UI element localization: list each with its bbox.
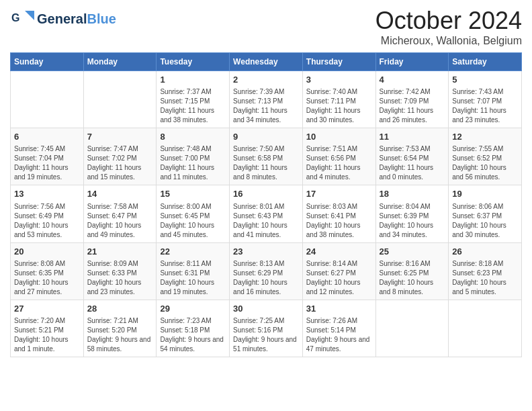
page-subtitle: Micheroux, Wallonia, Belgium — [375, 35, 522, 47]
day-number: 24 — [306, 246, 372, 258]
day-info: Sunrise: 7:37 AM Sunset: 7:15 PM Dayligh… — [160, 87, 226, 125]
day-number: 3 — [306, 74, 372, 86]
day-number: 18 — [380, 188, 445, 200]
day-number: 10 — [306, 131, 372, 143]
day-number: 13 — [14, 188, 80, 200]
day-info: Sunrise: 7:58 AM Sunset: 6:47 PM Dayligh… — [87, 202, 153, 240]
day-number: 29 — [160, 303, 226, 315]
day-info: Sunrise: 8:13 AM Sunset: 6:29 PM Dayligh… — [233, 259, 299, 297]
day-cell: 27Sunrise: 7:20 AM Sunset: 5:21 PM Dayli… — [11, 300, 84, 357]
day-number: 21 — [87, 246, 153, 258]
page-title: October 2024 — [375, 7, 522, 35]
day-number: 5 — [452, 74, 518, 86]
day-info: Sunrise: 7:56 AM Sunset: 6:49 PM Dayligh… — [14, 202, 80, 240]
week-row-2: 6Sunrise: 7:45 AM Sunset: 7:04 PM Daylig… — [11, 128, 522, 185]
day-info: Sunrise: 7:40 AM Sunset: 7:11 PM Dayligh… — [306, 87, 372, 125]
day-cell: 7Sunrise: 7:47 AM Sunset: 7:02 PM Daylig… — [83, 128, 157, 185]
logo-line1: GeneralBlue — [37, 11, 116, 26]
day-cell — [449, 300, 522, 357]
day-cell: 26Sunrise: 8:18 AM Sunset: 6:23 PM Dayli… — [449, 242, 522, 300]
day-cell: 25Sunrise: 8:16 AM Sunset: 6:25 PM Dayli… — [375, 242, 449, 300]
day-number: 19 — [452, 188, 518, 200]
day-info: Sunrise: 7:43 AM Sunset: 7:07 PM Dayligh… — [452, 87, 518, 125]
day-cell: 31Sunrise: 7:26 AM Sunset: 5:14 PM Dayli… — [302, 300, 375, 357]
svg-text:G: G — [11, 12, 19, 24]
day-cell: 11Sunrise: 7:53 AM Sunset: 6:54 PM Dayli… — [375, 128, 449, 185]
day-info: Sunrise: 7:26 AM Sunset: 5:14 PM Dayligh… — [306, 316, 372, 354]
day-cell: 4Sunrise: 7:42 AM Sunset: 7:09 PM Daylig… — [375, 71, 449, 128]
week-row-4: 20Sunrise: 8:08 AM Sunset: 6:35 PM Dayli… — [11, 242, 522, 300]
day-cell: 18Sunrise: 8:04 AM Sunset: 6:39 PM Dayli… — [375, 185, 449, 242]
day-info: Sunrise: 7:47 AM Sunset: 7:02 PM Dayligh… — [87, 144, 153, 182]
day-info: Sunrise: 8:04 AM Sunset: 6:39 PM Dayligh… — [380, 202, 445, 240]
day-info: Sunrise: 8:00 AM Sunset: 6:45 PM Dayligh… — [160, 202, 226, 240]
day-info: Sunrise: 7:53 AM Sunset: 6:54 PM Dayligh… — [380, 144, 445, 182]
day-cell: 14Sunrise: 7:58 AM Sunset: 6:47 PM Dayli… — [83, 185, 157, 242]
day-cell: 1Sunrise: 7:37 AM Sunset: 7:15 PM Daylig… — [157, 71, 230, 128]
day-cell — [11, 71, 84, 128]
day-number: 17 — [306, 188, 372, 200]
day-number: 30 — [233, 303, 299, 315]
day-cell: 6Sunrise: 7:45 AM Sunset: 7:04 PM Daylig… — [11, 128, 84, 185]
day-info: Sunrise: 7:20 AM Sunset: 5:21 PM Dayligh… — [14, 316, 80, 354]
day-info: Sunrise: 8:03 AM Sunset: 6:41 PM Dayligh… — [306, 202, 372, 240]
day-number: 4 — [380, 74, 445, 86]
day-number: 14 — [87, 188, 153, 200]
day-cell: 13Sunrise: 7:56 AM Sunset: 6:49 PM Dayli… — [11, 185, 84, 242]
day-number: 26 — [452, 246, 518, 258]
day-cell: 12Sunrise: 7:55 AM Sunset: 6:52 PM Dayli… — [449, 128, 522, 185]
day-number: 7 — [87, 131, 153, 143]
header-row: SundayMondayTuesdayWednesdayThursdayFrid… — [11, 53, 522, 71]
day-number: 22 — [160, 246, 226, 258]
day-number: 28 — [87, 303, 153, 315]
day-number: 11 — [380, 131, 445, 143]
day-info: Sunrise: 8:09 AM Sunset: 6:33 PM Dayligh… — [87, 259, 153, 297]
day-number: 16 — [233, 188, 299, 200]
day-number: 20 — [14, 246, 80, 258]
day-number: 1 — [160, 74, 226, 86]
day-number: 9 — [233, 131, 299, 143]
col-header-tuesday: Tuesday — [157, 53, 230, 71]
day-info: Sunrise: 8:14 AM Sunset: 6:27 PM Dayligh… — [306, 259, 372, 297]
day-cell: 3Sunrise: 7:40 AM Sunset: 7:11 PM Daylig… — [302, 71, 375, 128]
day-info: Sunrise: 7:55 AM Sunset: 6:52 PM Dayligh… — [452, 144, 518, 182]
day-cell: 20Sunrise: 8:08 AM Sunset: 6:35 PM Dayli… — [11, 242, 84, 300]
col-header-friday: Friday — [375, 53, 449, 71]
day-cell: 16Sunrise: 8:01 AM Sunset: 6:43 PM Dayli… — [230, 185, 303, 242]
day-number: 12 — [452, 131, 518, 143]
day-number: 2 — [233, 74, 299, 86]
day-info: Sunrise: 7:51 AM Sunset: 6:56 PM Dayligh… — [306, 144, 372, 182]
col-header-monday: Monday — [83, 53, 157, 71]
day-cell: 22Sunrise: 8:11 AM Sunset: 6:31 PM Dayli… — [157, 242, 230, 300]
day-number: 27 — [14, 303, 80, 315]
day-info: Sunrise: 7:23 AM Sunset: 5:18 PM Dayligh… — [160, 316, 226, 354]
day-cell: 29Sunrise: 7:23 AM Sunset: 5:18 PM Dayli… — [157, 300, 230, 357]
day-info: Sunrise: 7:48 AM Sunset: 7:00 PM Dayligh… — [160, 144, 226, 182]
day-cell — [375, 300, 449, 357]
col-header-wednesday: Wednesday — [230, 53, 303, 71]
day-info: Sunrise: 8:11 AM Sunset: 6:31 PM Dayligh… — [160, 259, 226, 297]
day-cell — [83, 71, 157, 128]
logo: G GeneralBlue — [10, 7, 116, 31]
day-info: Sunrise: 8:08 AM Sunset: 6:35 PM Dayligh… — [14, 259, 80, 297]
calendar-table: SundayMondayTuesdayWednesdayThursdayFrid… — [10, 52, 522, 357]
day-cell: 21Sunrise: 8:09 AM Sunset: 6:33 PM Dayli… — [83, 242, 157, 300]
day-number: 31 — [306, 303, 372, 315]
day-number: 23 — [233, 246, 299, 258]
day-cell: 5Sunrise: 7:43 AM Sunset: 7:07 PM Daylig… — [449, 71, 522, 128]
day-info: Sunrise: 8:01 AM Sunset: 6:43 PM Dayligh… — [233, 202, 299, 240]
day-cell: 10Sunrise: 7:51 AM Sunset: 6:56 PM Dayli… — [302, 128, 375, 185]
svg-marker-1 — [25, 11, 34, 20]
day-cell: 8Sunrise: 7:48 AM Sunset: 7:00 PM Daylig… — [157, 128, 230, 185]
logo-icon: G — [10, 7, 34, 31]
day-info: Sunrise: 7:39 AM Sunset: 7:13 PM Dayligh… — [233, 87, 299, 125]
day-info: Sunrise: 7:45 AM Sunset: 7:04 PM Dayligh… — [14, 144, 80, 182]
day-info: Sunrise: 8:16 AM Sunset: 6:25 PM Dayligh… — [380, 259, 445, 297]
day-cell: 2Sunrise: 7:39 AM Sunset: 7:13 PM Daylig… — [230, 71, 303, 128]
day-cell: 30Sunrise: 7:25 AM Sunset: 5:16 PM Dayli… — [230, 300, 303, 357]
col-header-saturday: Saturday — [449, 53, 522, 71]
week-row-3: 13Sunrise: 7:56 AM Sunset: 6:49 PM Dayli… — [11, 185, 522, 242]
day-number: 6 — [14, 131, 80, 143]
page-header: G GeneralBlue October 2024 Micheroux, Wa… — [10, 7, 522, 47]
week-row-5: 27Sunrise: 7:20 AM Sunset: 5:21 PM Dayli… — [11, 300, 522, 357]
